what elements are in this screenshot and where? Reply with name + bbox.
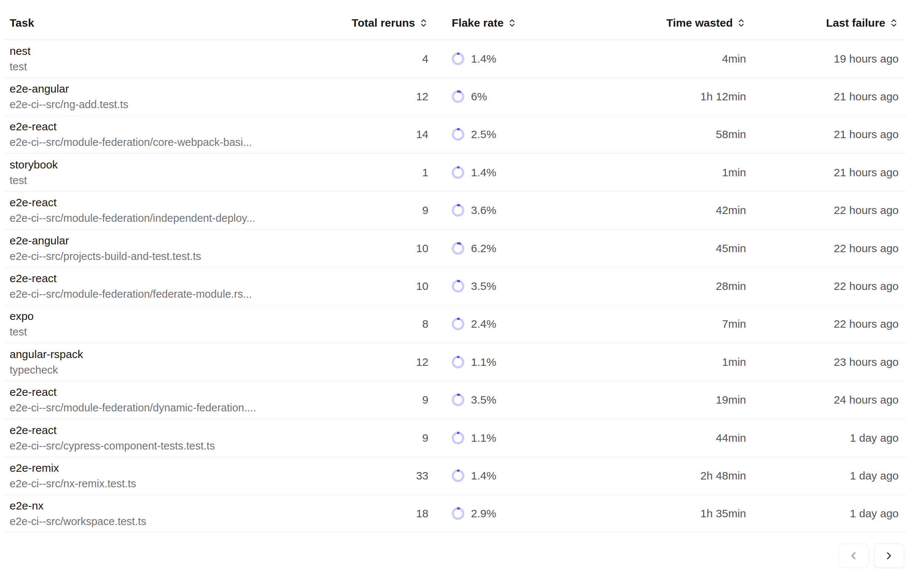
task-cell: nest test: [10, 40, 328, 78]
last-failure-cell: 22 hours ago: [746, 229, 899, 267]
flake-rate-cell: 1.4%: [428, 40, 614, 78]
table-row[interactable]: e2e-nx e2e-ci--src/workspace.test.ts 18 …: [4, 495, 906, 533]
time-wasted-cell: 58min: [614, 116, 746, 153]
table-row[interactable]: angular-rspack typecheck 12 1.1% 1min 23…: [4, 343, 906, 381]
time-wasted-value: 28min: [716, 280, 746, 292]
total-reruns-cell: 14: [328, 116, 428, 153]
flake-rate-cell: 1.4%: [428, 457, 614, 494]
total-reruns-value: 33: [416, 470, 428, 482]
time-wasted-cell: 19min: [614, 381, 746, 419]
flake-rate-donut-icon: [452, 470, 464, 482]
task-cell: e2e-react e2e-ci--src/module-federation/…: [10, 267, 328, 305]
table-row[interactable]: e2e-react e2e-ci--src/module-federation/…: [4, 192, 906, 229]
task-name: e2e-angular: [10, 234, 69, 247]
task-target: e2e-ci--src/module-federation/core-webpa…: [10, 136, 252, 149]
task-target: test: [10, 174, 27, 187]
last-failure-cell: 22 hours ago: [746, 267, 899, 305]
last-failure-cell: 22 hours ago: [746, 192, 899, 229]
flake-rate-value: 1.4%: [471, 53, 496, 65]
table-row[interactable]: storybook test 1 1.4% 1min 21 hours ago: [4, 153, 906, 191]
flake-rate-value: 2.4%: [471, 318, 496, 330]
column-header-task: Task: [10, 0, 328, 40]
time-wasted-cell: 1min: [614, 343, 746, 381]
column-header-time_wasted[interactable]: Time wasted: [614, 0, 746, 40]
last-failure-cell: 21 hours ago: [746, 116, 899, 153]
table-row[interactable]: e2e-react e2e-ci--src/cypress-component-…: [4, 419, 906, 457]
task-cell: expo test: [10, 305, 328, 343]
flake-rate-donut-icon: [452, 507, 464, 520]
flake-rate-value: 1.1%: [471, 432, 496, 444]
last-failure-cell: 19 hours ago: [746, 40, 899, 78]
table-row[interactable]: e2e-remix e2e-ci--src/nx-remix.test.ts 3…: [4, 457, 906, 495]
flake-rate-cell: 2.5%: [428, 116, 614, 153]
total-reruns-value: 1: [422, 166, 428, 179]
time-wasted-value: 1min: [722, 166, 746, 179]
last-failure-value: 1 day ago: [850, 432, 899, 444]
flake-rate-cell: 3.5%: [428, 267, 614, 305]
flake-rate-donut-icon: [452, 128, 464, 141]
task-name: angular-rspack: [10, 348, 83, 361]
sort-icon: [507, 18, 517, 28]
task-target: typecheck: [10, 364, 58, 376]
total-reruns-value: 10: [416, 280, 428, 292]
column-header-label: Total reruns: [352, 17, 415, 29]
column-header-label: Flake rate: [452, 17, 504, 29]
flake-rate-value: 3.5%: [471, 394, 496, 406]
flake-rate-cell: 2.4%: [428, 305, 614, 343]
flake-rate-donut-icon: [452, 90, 464, 103]
task-cell: e2e-react e2e-ci--src/module-federation/…: [10, 116, 328, 153]
table-row[interactable]: nest test 4 1.4% 4min 19 hours ago: [4, 40, 906, 78]
flake-rate-donut-icon: [452, 432, 464, 444]
task-name: e2e-react: [10, 424, 57, 436]
flake-rate-donut-icon: [452, 356, 464, 368]
total-reruns-value: 10: [416, 242, 428, 255]
time-wasted-value: 1min: [722, 356, 746, 368]
task-cell: angular-rspack typecheck: [10, 343, 328, 381]
previous-page-button[interactable]: [838, 544, 869, 568]
table-row[interactable]: e2e-react e2e-ci--src/module-federation/…: [4, 116, 906, 153]
flake-rate-value: 6%: [471, 90, 487, 103]
table-header-row: TaskTotal rerunsFlake rateTime wastedLas…: [4, 0, 906, 40]
total-reruns-value: 4: [422, 53, 428, 65]
total-reruns-cell: 8: [328, 305, 428, 343]
flake-rate-cell: 1.1%: [428, 343, 614, 381]
flake-rate-donut-icon: [452, 53, 464, 65]
sort-icon: [889, 18, 899, 28]
total-reruns-value: 12: [416, 356, 428, 368]
table-row[interactable]: expo test 8 2.4% 7min 22 hours ago: [4, 305, 906, 343]
time-wasted-value: 44min: [716, 432, 746, 444]
total-reruns-value: 9: [422, 394, 428, 406]
total-reruns-value: 12: [416, 90, 428, 103]
table-row[interactable]: e2e-angular e2e-ci--src/ng-add.test.ts 1…: [4, 78, 906, 116]
next-page-button[interactable]: [874, 544, 904, 568]
table-row[interactable]: e2e-react e2e-ci--src/module-federation/…: [4, 267, 906, 305]
flake-rate-value: 1.4%: [471, 470, 496, 482]
flaky-tasks-table: TaskTotal rerunsFlake rateTime wastedLas…: [4, 0, 906, 533]
column-header-last_failure[interactable]: Last failure: [746, 0, 899, 40]
last-failure-cell: 1 day ago: [746, 419, 899, 457]
time-wasted-cell: 4min: [614, 40, 746, 78]
column-header-total_reruns[interactable]: Total reruns: [328, 0, 428, 40]
total-reruns-cell: 10: [328, 229, 428, 267]
time-wasted-value: 58min: [716, 128, 746, 141]
total-reruns-cell: 4: [328, 40, 428, 78]
table-body: nest test 4 1.4% 4min 19 hours ago e2e-a…: [4, 40, 906, 533]
last-failure-value: 21 hours ago: [834, 166, 899, 179]
last-failure-cell: 23 hours ago: [746, 343, 899, 381]
task-cell: e2e-react e2e-ci--src/module-federation/…: [10, 381, 328, 419]
column-header-flake_rate[interactable]: Flake rate: [428, 0, 614, 40]
task-name: e2e-remix: [10, 462, 59, 474]
time-wasted-cell: 45min: [614, 229, 746, 267]
total-reruns-value: 14: [416, 128, 428, 141]
last-failure-cell: 21 hours ago: [746, 153, 899, 191]
table-row[interactable]: e2e-angular e2e-ci--src/projects-build-a…: [4, 229, 906, 267]
last-failure-cell: 1 day ago: [746, 457, 899, 494]
task-cell: e2e-react e2e-ci--src/cypress-component-…: [10, 419, 328, 457]
flake-rate-cell: 3.6%: [428, 192, 614, 229]
time-wasted-value: 2h 48min: [701, 470, 746, 482]
task-cell: e2e-react e2e-ci--src/module-federation/…: [10, 192, 328, 229]
flake-rate-cell: 6%: [428, 78, 614, 115]
table-row[interactable]: e2e-react e2e-ci--src/module-federation/…: [4, 381, 906, 419]
task-target: e2e-ci--src/projects-build-and-test.test…: [10, 250, 201, 263]
time-wasted-cell: 1h 12min: [614, 78, 746, 115]
